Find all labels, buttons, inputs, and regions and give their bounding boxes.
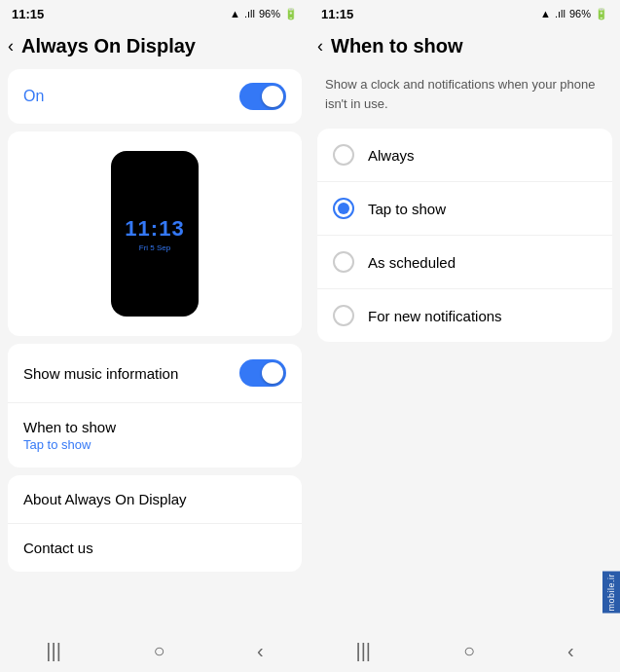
left-status-bar: 11:15 ▲ .ıll 96% 🔋 [0,0,310,27]
when-to-show-item[interactable]: When to show Tap to show [8,403,302,467]
left-status-icons: ▲ .ıll 96% 🔋 [230,8,298,20]
about-item[interactable]: About Always On Display [8,475,302,524]
aod-toggle-switch[interactable] [239,83,286,110]
right-back-nav-button[interactable]: ‹ [567,640,574,662]
radio-notifications-circle [333,305,354,326]
radio-always-label: Always [368,147,415,164]
right-status-bar: 11:15 ▲ .ıll 96% 🔋 [310,0,620,27]
left-back-nav-button[interactable]: ‹ [257,640,264,662]
left-page-title: Always On Display [21,35,196,57]
left-nav-bar: ||| ○ ‹ [0,629,310,672]
radio-tap-label: Tap to show [368,201,446,217]
show-music-item[interactable]: Show music information [8,344,302,403]
radio-always-circle [333,144,354,166]
aod-toggle-row[interactable]: On [8,69,302,124]
right-panel: 11:15 ▲ .ıll 96% 🔋 ‹ When to show Show a… [310,0,620,672]
music-toggle-switch[interactable] [239,359,286,387]
left-back-button[interactable]: ‹ [8,36,14,56]
radio-for-new-notifications[interactable]: For new notifications [317,289,612,342]
radio-scheduled-label: As scheduled [368,254,456,271]
contact-label: Contact us [23,540,93,556]
left-status-time: 11:15 [12,7,44,21]
battery-icon: 🔋 [284,8,298,20]
right-recent-button[interactable]: ||| [355,640,371,662]
when-to-show-sub: Tap to show [23,437,116,452]
right-status-time: 11:15 [321,7,353,21]
phone-preview-date: Fri 5 Sep [139,243,170,252]
radio-as-scheduled[interactable]: As scheduled [317,236,612,289]
music-when-section: Show music information When to show Tap … [8,344,302,467]
right-battery-icon: 🔋 [595,8,608,20]
radio-tap-circle [333,198,354,219]
right-signal-icon: .ıll [555,8,565,19]
about-contact-section: About Always On Display Contact us [8,475,302,572]
phone-mockup: 11:13 Fri 5 Sep [111,151,199,317]
right-battery-label: 96% [569,8,591,19]
left-home-button[interactable]: ○ [153,640,164,662]
battery-label: 96% [259,8,280,19]
phone-preview-time: 11:13 [125,216,184,242]
phone-preview-container: 11:13 Fri 5 Sep [8,131,302,336]
right-home-button[interactable]: ○ [463,640,475,662]
right-nav-bar: ||| ○ ‹ [310,629,620,672]
when-to-show-content: When to show Tap to show [23,419,116,452]
watermark: mobile.ir [602,572,620,614]
phone-mockup-inner: 11:13 Fri 5 Sep [125,216,184,252]
show-music-label: Show music information [23,365,178,382]
radio-notifications-label: For new notifications [368,308,502,324]
wifi-icon: ▲ [230,8,240,19]
aod-toggle-label: On [23,88,44,105]
right-back-button[interactable]: ‹ [317,36,323,56]
right-header: ‹ When to show [310,27,620,69]
radio-scheduled-circle [333,251,354,273]
left-header: ‹ Always On Display [0,27,310,69]
right-page-title: When to show [331,35,463,57]
about-label: About Always On Display [23,491,187,507]
radio-options-section: Always Tap to show As scheduled For new … [317,129,612,342]
radio-tap-to-show[interactable]: Tap to show [317,182,612,236]
right-wifi-icon: ▲ [540,8,551,19]
when-to-show-description: Show a clock and notifications when your… [310,69,620,129]
right-status-icons: ▲ .ıll 96% 🔋 [540,8,608,20]
contact-item[interactable]: Contact us [8,524,302,572]
left-recent-button[interactable]: ||| [46,640,61,662]
radio-always[interactable]: Always [317,129,612,182]
left-panel: 11:15 ▲ .ıll 96% 🔋 ‹ Always On Display O… [0,0,310,672]
signal-icon: .ıll [244,8,255,19]
when-to-show-label: When to show [23,419,116,435]
